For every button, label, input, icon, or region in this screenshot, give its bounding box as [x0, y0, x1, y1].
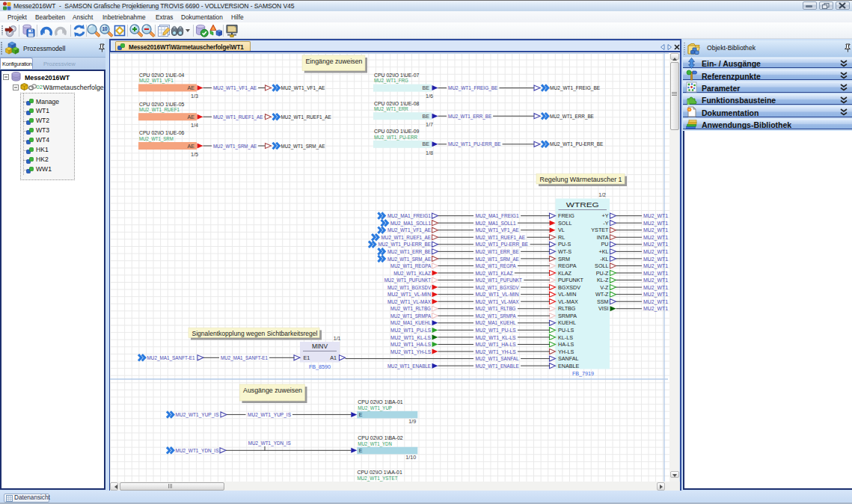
svg-text:MU2_WT1_REGPA: MU2_WT1_REGPA	[390, 262, 431, 269]
svg-text:MU2_WT1_PU-ERR_BE: MU2_WT1_PU-ERR_BE	[448, 141, 501, 147]
svg-text:MU2_WT1: MU2_WT1	[643, 248, 668, 255]
svg-text:MU2_WT1_ERR: MU2_WT1_ERR	[374, 105, 408, 112]
svg-text:MU2_WT1: MU2_WT1	[643, 298, 668, 305]
svg-text:1/10: 1/10	[405, 454, 416, 461]
svg-text:MINV: MINV	[312, 342, 328, 350]
svg-text:MU2_WT1_SRMPA: MU2_WT1_SRMPA	[390, 313, 431, 319]
svg-text:FREIG: FREIG	[558, 212, 574, 219]
svg-text:1/4: 1/4	[191, 122, 198, 129]
svg-text:VL-MAX: VL-MAX	[558, 298, 578, 305]
svg-text:KL-LS: KL-LS	[558, 334, 573, 341]
svg-text:PUFUNKT: PUFUNKT	[558, 277, 584, 283]
svg-text:MU2_WT1_SRM_AE: MU2_WT1_SRM_AE	[281, 143, 325, 150]
svg-text:MU2_WT1_VF1_AE: MU2_WT1_VF1_AE	[476, 227, 519, 233]
svg-text:Regelung Wärmetauscher 1: Regelung Wärmetauscher 1	[540, 176, 622, 183]
svg-text:FB_8590: FB_8590	[309, 363, 331, 370]
svg-text:AE: AE	[187, 143, 194, 150]
svg-text:MU2_WT1_YH-LS: MU2_WT1_YH-LS	[476, 348, 516, 355]
svg-text:MU2_WT1_VF1_AE: MU2_WT1_VF1_AE	[387, 227, 431, 233]
svg-text:MU2_MA1_FREIG1: MU2_MA1_FREIG1	[387, 212, 431, 219]
svg-text:MU2_WT1_VL-MAX: MU2_WT1_VL-MAX	[387, 298, 431, 305]
svg-text:MU2_WT1_REGPA: MU2_WT1_REGPA	[476, 262, 516, 269]
svg-text:A1: A1	[330, 354, 337, 361]
svg-text:MU2_MA1_KUEHL: MU2_MA1_KUEHL	[390, 319, 431, 326]
svg-text:MU2_WT1: MU2_WT1	[643, 277, 668, 283]
svg-text:MU2_WT1_PU-ERR_BE: MU2_WT1_PU-ERR_BE	[378, 241, 431, 248]
svg-text:SOLL: SOLL	[595, 262, 608, 269]
svg-text:MU2_WT1: MU2_WT1	[643, 256, 668, 262]
svg-text:1/3: 1/3	[191, 93, 198, 99]
svg-text:PU-Z: PU-Z	[596, 270, 609, 277]
svg-text:MU2_WT1: MU2_WT1	[643, 284, 668, 291]
svg-text:V-Z: V-Z	[600, 284, 609, 291]
svg-text:KL-Z: KL-Z	[597, 277, 609, 283]
svg-text:MU2_WT1_PU-ERR: MU2_WT1_PU-ERR	[374, 134, 417, 141]
svg-text:MU2_WT1_SRM_AE: MU2_WT1_SRM_AE	[387, 256, 431, 262]
svg-text:MU2_WT1_KL-LS: MU2_WT1_KL-LS	[390, 334, 431, 341]
svg-text:MU2_WT1: MU2_WT1	[643, 291, 668, 298]
svg-text:MU2_MA1_SANFT-E1: MU2_MA1_SANFT-E1	[221, 354, 268, 361]
svg-text:MU2_WT1_KL-LS: MU2_WT1_KL-LS	[476, 334, 516, 341]
svg-text:MU2_WT1_SRM_AE: MU2_WT1_SRM_AE	[476, 256, 519, 262]
svg-text:1/9: 1/9	[408, 418, 416, 425]
svg-text:SRMPA: SRMPA	[558, 313, 577, 319]
svg-text:E1: E1	[304, 354, 310, 361]
svg-text:MU2_WT1_ERR_BE: MU2_WT1_ERR_BE	[387, 248, 431, 255]
svg-text:MU2_WT1_YDN_IS: MU2_WT1_YDN_IS	[248, 440, 291, 446]
svg-text:KUEHL: KUEHL	[558, 319, 576, 326]
svg-text:MU2_WT1_VL-MAX: MU2_WT1_VL-MAX	[476, 298, 519, 305]
svg-text:MU2_WT1_ERR_BE: MU2_WT1_ERR_BE	[550, 113, 594, 120]
svg-text:MU2_WT1_PUFUNKT: MU2_WT1_PUFUNKT	[384, 277, 432, 283]
svg-text:VISI: VISI	[598, 305, 609, 312]
svg-text:MU2_WT1_KLAZ: MU2_WT1_KLAZ	[476, 270, 513, 277]
svg-text:MU2_WT1_RLTBG: MU2_WT1_RLTBG	[476, 305, 516, 312]
svg-text:Ausgänge zuweisen: Ausgänge zuweisen	[243, 387, 302, 394]
svg-text:MU2_WT1_YUP_IS: MU2_WT1_YUP_IS	[248, 411, 291, 418]
svg-text:MU2_WT1_BGXSDV: MU2_WT1_BGXSDV	[476, 284, 519, 291]
svg-text:MU2_WT1_YUP_IS: MU2_WT1_YUP_IS	[176, 411, 219, 418]
svg-text:MU2_WT1_SRMPA: MU2_WT1_SRMPA	[476, 313, 516, 319]
svg-text:BE: BE	[422, 84, 429, 91]
svg-text:-KL: -KL	[600, 256, 608, 262]
svg-text:BE: BE	[422, 113, 429, 120]
svg-text:SRM: SRM	[558, 256, 570, 262]
svg-text:MU2_MA1_SANFT-E1: MU2_MA1_SANFT-E1	[147, 354, 195, 361]
svg-text:MU2_WT1_FRG: MU2_WT1_FRG	[374, 77, 408, 84]
svg-text:MU2_WT1_KLAZ: MU2_WT1_KLAZ	[393, 270, 431, 277]
svg-text:MU2_WT1_VL-MIN: MU2_WT1_VL-MIN	[387, 291, 431, 298]
svg-text:MU2_WT1_ERR_BE: MU2_WT1_ERR_BE	[476, 248, 519, 255]
svg-text:MU2_WT1: MU2_WT1	[643, 262, 668, 269]
svg-text:MU2_MA1_KUEHL: MU2_MA1_KUEHL	[476, 319, 516, 326]
svg-text:PU-LS: PU-LS	[558, 327, 574, 334]
svg-text:VL: VL	[558, 227, 565, 233]
svg-text:MU2_WT1_RUEF1_AE: MU2_WT1_RUEF1_AE	[381, 234, 432, 241]
svg-text:MU2_MA1_FREIG1: MU2_MA1_FREIG1	[476, 212, 519, 219]
svg-text:MU2_WT1_RLTBG: MU2_WT1_RLTBG	[390, 305, 431, 312]
svg-text:WT-Z: WT-Z	[595, 291, 609, 298]
svg-text:Eingänge zuweisen: Eingänge zuweisen	[306, 58, 363, 65]
svg-text:RLTBG: RLTBG	[558, 305, 576, 312]
svg-text:SANFAL: SANFAL	[558, 355, 579, 362]
svg-text:MU2_WT1_VL-MIN: MU2_WT1_VL-MIN	[476, 291, 519, 298]
svg-text:MU2_WT1_PU-ERR_BE: MU2_WT1_PU-ERR_BE	[550, 141, 604, 147]
svg-text:MU2_WT1: MU2_WT1	[643, 305, 668, 312]
svg-text:MU2_WT1_PUFUNKT: MU2_WT1_PUFUNKT	[476, 277, 523, 283]
svg-text:+KL: +KL	[599, 248, 609, 255]
svg-text:MU2_WT1_PU-LS: MU2_WT1_PU-LS	[390, 327, 431, 334]
svg-text:MU2_WT1_PU-ERR_BE: MU2_WT1_PU-ERR_BE	[476, 241, 529, 248]
svg-text:10: 10	[102, 26, 108, 31]
svg-text:1/8: 1/8	[426, 150, 433, 156]
svg-text:WTREG: WTREG	[566, 200, 599, 209]
svg-text:AE: AE	[187, 114, 194, 120]
svg-text:MU2_WT1_BGXSDV: MU2_WT1_BGXSDV	[387, 284, 431, 291]
svg-text:MU2_WT1: MU2_WT1	[643, 212, 668, 219]
svg-text:MU2_WT1_SRM_AE: MU2_WT1_SRM_AE	[213, 143, 257, 150]
svg-text:MU2_WT1_VF1_AE: MU2_WT1_VF1_AE	[213, 84, 257, 91]
svg-text:MU2_WT1: MU2_WT1	[643, 227, 668, 233]
svg-text:1/5: 1/5	[191, 151, 198, 158]
svg-text:MU2_WT1_ENABLE: MU2_WT1_ENABLE	[387, 363, 431, 369]
svg-text:HA-LS: HA-LS	[558, 341, 574, 348]
svg-text:MU2_WT1_YDN_IS: MU2_WT1_YDN_IS	[176, 447, 219, 454]
svg-text:1/6: 1/6	[426, 93, 433, 99]
svg-text:MU2_WT1_SANFAL: MU2_WT1_SANFAL	[476, 355, 519, 362]
